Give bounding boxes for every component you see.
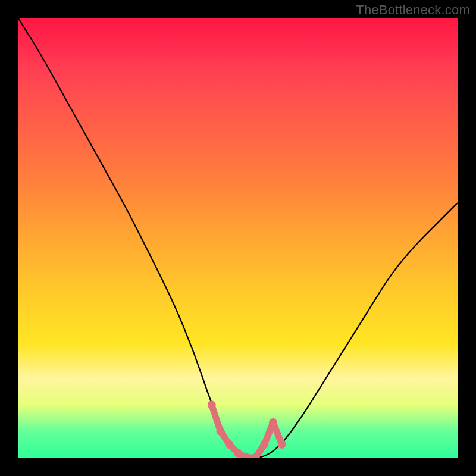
chart-frame: TheBottleneck.com <box>0 0 476 476</box>
watermark-text: TheBottleneck.com <box>356 2 470 18</box>
plot-gradient-background <box>18 18 458 458</box>
